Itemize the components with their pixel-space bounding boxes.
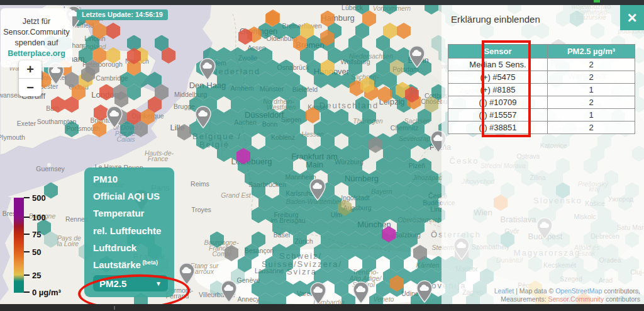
sensor-cluster-pin[interactable] (179, 263, 195, 285)
close-icon[interactable]: × (620, 5, 644, 30)
value-cell: 2 (548, 122, 635, 134)
map-zoom-control: + − (19, 60, 42, 96)
chevron-down-icon: ▼ (155, 280, 162, 287)
sensor-cluster-pin[interactable] (199, 58, 216, 81)
attribution-text: contributors (604, 295, 640, 303)
selected-layer-label: PM2.5 (99, 278, 126, 289)
layer-select-pm25[interactable]: PM2.5 ▼ (93, 275, 168, 291)
bottom-bar (0, 304, 644, 311)
sensor-cluster-pin[interactable] (416, 280, 433, 303)
bottom-bar-tick (114, 306, 115, 310)
donation-line: spenden auf (15, 38, 58, 47)
layer-menu-item-lautst-rke[interactable]: Lautstärke (beta) (93, 259, 168, 270)
donation-line: Jetzt für (23, 17, 50, 26)
map-attribution: Leaflet | Map data © OpenStreetMap contr… (494, 287, 640, 303)
attribution-text: Measurements: (501, 295, 548, 303)
sensor-community-link[interactable]: Sensor.Community (548, 295, 604, 303)
map-label: arroux (195, 268, 214, 275)
app-window: LeedsHullSheffieldLincolnNottinghamEngla… (0, 0, 644, 311)
table-row: (-) #107092 (448, 96, 635, 109)
sensor-cell: Median 5 Sens. (448, 59, 548, 71)
zoom-out-button[interactable]: − (19, 78, 42, 96)
layer-menu-item-temperatur[interactable]: Temperatur (93, 208, 168, 218)
layer-menu: PM10Official AQI USTemperaturrel. Luftfe… (84, 167, 174, 297)
table-row: (-) #388512 (448, 122, 635, 134)
table-row: Median 5 Sens.2 (448, 59, 635, 71)
sensor-cluster-pin[interactable] (353, 281, 369, 304)
donation-line: Sensor.Community (3, 28, 70, 37)
value-column-header: PM2.5 µg/m³ (548, 45, 635, 59)
map-label: Reims (191, 180, 209, 188)
sensor-cluster-pin[interactable] (310, 282, 326, 304)
layer-menu-item-luftdruck[interactable]: Luftdruck (93, 242, 168, 253)
sensor-cell[interactable]: (-) #38851 (448, 122, 548, 134)
value-cell: 2 (548, 71, 635, 84)
explanation-toggle[interactable]: Erklärung einblenden (451, 14, 540, 25)
sensor-column-header: Sensor (448, 45, 548, 59)
map-label: Troyes (191, 206, 211, 213)
osm-link[interactable]: OpenStreetMap (555, 287, 602, 295)
map-label: France (148, 155, 169, 162)
table-row: (+) #54752 (448, 71, 635, 84)
last-update-badge: Letztes Update: 14:56:19 (77, 9, 168, 20)
value-cell: 1 (548, 109, 635, 122)
layer-menu-item-pm10[interactable]: PM10 (93, 174, 168, 184)
attribution-text: | Map data © (514, 287, 555, 295)
layer-menu-item-official-aqi-us[interactable]: Official AQI US (93, 191, 168, 201)
map-label: Annecy (237, 295, 259, 303)
donation-box: Jetzt für Sensor.Community spenden auf B… (1, 8, 72, 67)
map-label: Plymouth (0, 133, 25, 141)
value-cell: 2 (548, 96, 635, 109)
value-cell: 2 (548, 59, 635, 71)
sensor-cell[interactable]: (-) #15557 (448, 109, 548, 122)
value-cell: 1 (548, 84, 635, 96)
sensor-cluster-pin[interactable] (309, 178, 326, 201)
betterplace-link[interactable]: Betterplace.org (8, 49, 65, 58)
map-label: Guernsey (36, 165, 65, 172)
leaflet-link[interactable]: Leaflet (494, 287, 514, 295)
layer-menu-item-rel-luftfeuchte[interactable]: rel. Luftfeuchte (93, 225, 168, 236)
map-label: Deutschland (319, 101, 379, 110)
attribution-text: contributors, (602, 287, 640, 295)
explanation-panel: Erklärung einblenden × Sensor PM2.5 µg/m… (441, 5, 644, 304)
map-label: Swansea (0, 91, 21, 99)
table-row: (+) #81851 (448, 84, 635, 96)
sensor-cluster-pin[interactable] (106, 106, 123, 128)
map-label: Bretagne (29, 212, 56, 220)
zoom-in-button[interactable]: + (19, 60, 42, 78)
sensor-table: Sensor PM2.5 µg/m³ Median 5 Sens.2(+) #5… (448, 44, 635, 134)
green-indicator (594, 0, 600, 3)
layer-menu-items: PM10Official AQI USTemperaturrel. Luftfe… (93, 174, 168, 270)
map-label: Grand Est (221, 191, 250, 199)
browser-top-bar (0, 0, 644, 5)
sensor-cluster-pin[interactable] (409, 45, 425, 68)
sensor-cluster-pin[interactable] (195, 106, 211, 128)
sensor-cell[interactable]: (+) #8185 (448, 84, 548, 96)
table-row: (-) #155571 (448, 109, 635, 122)
sensor-cell[interactable]: (-) #10709 (448, 96, 548, 109)
map-label: Exeter (17, 120, 36, 127)
sensor-cell[interactable]: (+) #5475 (448, 71, 548, 84)
map-label: Brest (3, 210, 18, 217)
sensor-cluster-pin[interactable] (221, 280, 237, 303)
map-label: la Loire (57, 240, 79, 247)
